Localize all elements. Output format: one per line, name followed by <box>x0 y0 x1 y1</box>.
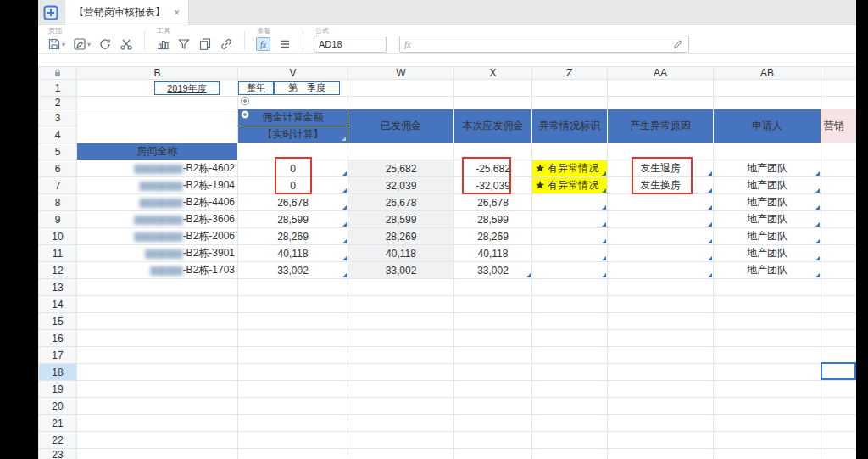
empty-cell[interactable] <box>821 432 857 449</box>
cell-AA6[interactable]: 发生退房 <box>608 160 714 177</box>
empty-cell[interactable] <box>454 432 532 449</box>
empty-cell[interactable] <box>714 80 821 97</box>
row-header-10[interactable]: 10 <box>39 228 77 245</box>
header-applicant[interactable]: 申请人 <box>714 109 821 143</box>
empty-cell[interactable] <box>821 160 857 177</box>
empty-cell[interactable] <box>821 97 857 109</box>
row-header-7[interactable]: 7 <box>39 177 77 194</box>
empty-cell[interactable] <box>532 364 608 381</box>
empty-cell[interactable] <box>532 449 608 459</box>
empty-cell[interactable] <box>608 313 714 330</box>
column-header-B[interactable]: B <box>77 67 238 80</box>
empty-cell[interactable] <box>348 97 454 109</box>
cell-B9[interactable]: █████████-B2栋-3606 <box>77 211 238 228</box>
cell-AA11[interactable] <box>608 245 714 262</box>
cell-B1[interactable]: 2019年度 <box>77 80 238 97</box>
row-header-21[interactable]: 21 <box>39 415 77 432</box>
column-header-Z[interactable]: Z <box>532 67 608 80</box>
column-header-V[interactable]: V <box>238 67 348 80</box>
empty-cell[interactable] <box>608 449 714 459</box>
empty-cell[interactable] <box>532 296 608 313</box>
empty-cell[interactable] <box>532 398 608 415</box>
empty-cell[interactable] <box>821 245 857 262</box>
empty-cell[interactable] <box>821 228 857 245</box>
cell-Z8[interactable] <box>532 194 608 211</box>
empty-cell[interactable] <box>821 415 857 432</box>
empty-cell[interactable] <box>454 330 532 347</box>
empty-cell[interactable] <box>821 194 857 211</box>
empty-cell[interactable] <box>238 364 348 381</box>
empty-cell[interactable] <box>714 381 821 398</box>
header-room-name[interactable]: 房间全称 <box>77 143 238 160</box>
empty-cell[interactable] <box>714 313 821 330</box>
empty-cell[interactable] <box>714 97 821 109</box>
empty-cell[interactable] <box>348 364 454 381</box>
empty-cell[interactable] <box>454 296 532 313</box>
empty-cell[interactable] <box>821 347 857 364</box>
row-header-13[interactable]: 13 <box>39 279 77 296</box>
empty-cell[interactable] <box>238 398 348 415</box>
row-header-9[interactable]: 9 <box>39 211 77 228</box>
cell-X10[interactable]: 28,269 <box>454 228 532 245</box>
empty-cell[interactable] <box>77 296 238 313</box>
empty-cell[interactable] <box>821 143 857 160</box>
empty-cell[interactable] <box>532 381 608 398</box>
header-commission-calc[interactable]: 佣金计算金额 <box>238 109 348 126</box>
cell-W10[interactable]: 28,269 <box>348 228 454 245</box>
empty-cell[interactable] <box>454 347 532 364</box>
sheet-tab[interactable]: 【营销岗审核报表】 × <box>64 0 189 25</box>
empty-cell[interactable] <box>821 279 857 296</box>
edit-button[interactable]: ▾ <box>72 36 92 52</box>
cell-AA9[interactable] <box>608 211 714 228</box>
filter-whole-year-button[interactable]: 整年 <box>238 81 274 95</box>
empty-cell[interactable] <box>714 330 821 347</box>
empty-cell[interactable] <box>821 330 857 347</box>
cell-AB7[interactable]: 地产团队 <box>714 177 821 194</box>
cell-Z11[interactable] <box>532 245 608 262</box>
row-header-20[interactable]: 20 <box>39 398 77 415</box>
row-header-8[interactable]: 8 <box>39 194 77 211</box>
column-header-X[interactable]: X <box>454 67 532 80</box>
empty-cell[interactable] <box>821 262 857 279</box>
outline-toggle-icon[interactable] <box>241 110 249 119</box>
empty-cell[interactable] <box>77 364 238 381</box>
empty-cell[interactable] <box>77 432 238 449</box>
copy-button[interactable] <box>198 36 213 52</box>
empty-cell[interactable] <box>532 80 608 97</box>
close-icon[interactable]: × <box>174 7 180 19</box>
empty-cell[interactable] <box>77 279 238 296</box>
empty-cell[interactable] <box>608 381 714 398</box>
empty-cell[interactable] <box>77 97 238 109</box>
empty-cell[interactable] <box>454 449 532 459</box>
cell-Z12[interactable] <box>532 262 608 279</box>
empty-cell[interactable] <box>238 347 348 364</box>
empty-cell[interactable] <box>714 415 821 432</box>
empty-cell[interactable] <box>348 449 454 459</box>
cell-X6[interactable]: -25,682 <box>454 160 532 177</box>
row-header-4[interactable]: 4 <box>39 126 77 143</box>
empty-cell[interactable] <box>821 381 857 398</box>
row-header-16[interactable]: 16 <box>39 330 77 347</box>
cell-AB11[interactable]: 地产团队 <box>714 245 821 262</box>
empty-cell[interactable] <box>348 415 454 432</box>
cell-AB8[interactable]: 地产团队 <box>714 194 821 211</box>
empty-cell[interactable] <box>608 279 714 296</box>
chart-button[interactable] <box>155 36 170 52</box>
header-marketing-partial[interactable]: 营销 <box>821 109 857 143</box>
refresh-button[interactable] <box>97 36 113 52</box>
row-header-17[interactable]: 17 <box>39 347 77 364</box>
link-button[interactable] <box>219 36 234 52</box>
empty-cell[interactable] <box>77 415 238 432</box>
cell-V11[interactable]: 40,118 <box>238 245 348 262</box>
row-header-19[interactable]: 19 <box>39 381 77 398</box>
empty-cell[interactable] <box>348 432 454 449</box>
cell-AB12[interactable]: 地产团队 <box>714 262 821 279</box>
app-icon-button[interactable] <box>38 0 64 25</box>
filter-quarter-button[interactable]: 第一季度 <box>274 81 340 95</box>
cell-V8[interactable]: 26,678 <box>238 194 348 211</box>
empty-cell[interactable] <box>454 364 532 381</box>
name-box[interactable]: AD18 <box>314 36 387 53</box>
header-paid-commission[interactable]: 已发佣金 <box>348 109 454 143</box>
cell-B7[interactable]: ████████-B2栋-1904 <box>77 177 238 194</box>
cell-V6[interactable]: 0 <box>238 160 348 177</box>
